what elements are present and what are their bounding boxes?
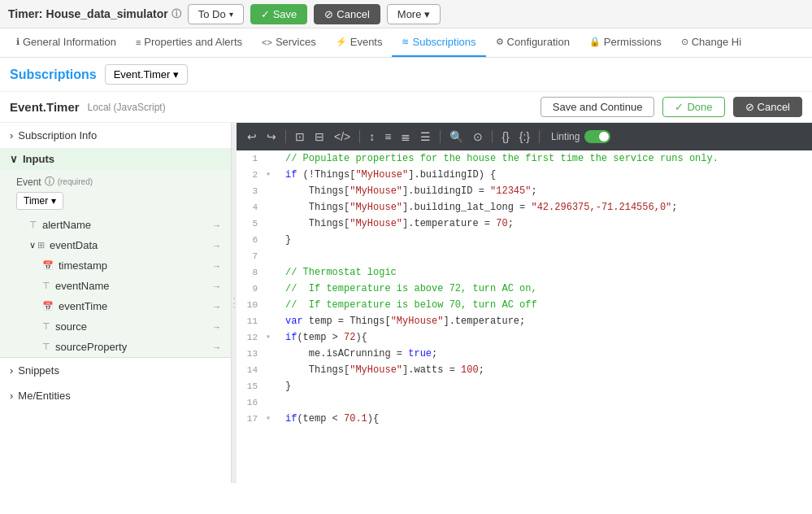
permissions-icon: 🔒	[589, 37, 601, 47]
code-line-17: 17 ▾ if(temp < 70.1){	[237, 411, 812, 427]
brackets-button[interactable]: {}	[497, 128, 513, 146]
arrow-icon: →	[212, 261, 221, 271]
align-center-button[interactable]: ≣	[397, 128, 415, 146]
subscription-info-section: › Subscription Info	[0, 123, 231, 148]
save-continue-button[interactable]: Save and Continue	[541, 97, 655, 117]
event-name-icon: ⊤	[42, 281, 50, 291]
list-item[interactable]: ⊤ eventName →	[0, 276, 231, 296]
info-icon[interactable]: ⓘ	[172, 7, 181, 21]
arrow-icon: →	[212, 241, 221, 250]
tab-events[interactable]: ⚡ Events	[326, 28, 393, 57]
event-info-icon[interactable]: ⓘ	[45, 175, 54, 189]
list-item[interactable]: ⊤ source →	[0, 316, 231, 337]
code-line-5: 5 Things["MyHouse"].temperature = 70;	[237, 216, 812, 232]
arrow-icon: →	[212, 322, 221, 332]
tab-subscriptions[interactable]: ≋ Subscriptions	[392, 28, 485, 57]
code-line-2: 2 ▾ if (!Things["MyHouse"].buildingID) {	[237, 167, 812, 183]
replace-button[interactable]: ⊙	[469, 128, 487, 146]
list-item[interactable]: ⊤ sourceProperty →	[0, 337, 231, 357]
code-line-1: 1 // Populate properties for the house t…	[237, 150, 812, 167]
timer-title: Timer: House_data_simulator ⓘ	[8, 7, 181, 21]
code-line-4: 4 Things["MyHouse"].building_lat_long = …	[237, 199, 812, 216]
alert-name-icon: ⊤	[29, 220, 37, 230]
general-info-icon: ℹ	[16, 37, 20, 47]
list-item[interactable]: 📅 timestamp →	[0, 255, 231, 276]
code-line-6: 6 }	[237, 232, 812, 248]
services-icon: <>	[262, 37, 272, 47]
list-item[interactable]: ⊤ alertName →	[0, 215, 231, 235]
list-item[interactable]: 📅 eventTime →	[0, 296, 231, 316]
tab-permissions[interactable]: 🔒 Permissions	[580, 28, 671, 57]
align-right-button[interactable]: ☰	[416, 128, 435, 146]
tab-properties-alerts[interactable]: ≡ Properties and Alerts	[126, 28, 252, 57]
event-data-icon: ⊞	[37, 240, 45, 250]
object-button[interactable]: {:}	[515, 128, 534, 146]
source-icon: ⊤	[42, 321, 50, 332]
toolbar-separator	[492, 130, 493, 143]
inputs-section: ∨ Inputs Event ⓘ (required) Timer ▾ ⊤ al…	[0, 148, 231, 357]
code-line-7: 7	[237, 248, 812, 264]
code-view-button[interactable]: </>	[330, 128, 354, 146]
cancel-small-button[interactable]: ⊘ Cancel	[733, 97, 802, 117]
code-editor[interactable]: 1 // Populate properties for the house t…	[237, 150, 812, 483]
editor-area: ↩ ↪ ⊡ ⊟ </> ↕ ≡ ≣ ☰ 🔍 ⊙ {} {:} Linting	[237, 123, 812, 483]
snippets-chevron-icon: ›	[10, 364, 13, 377]
linting-toggle[interactable]: Linting	[551, 130, 610, 143]
code-line-3: 3 Things["MyHouse"].buildingID = "12345"…	[237, 183, 812, 199]
subscription-info-header[interactable]: › Subscription Info	[0, 123, 231, 148]
undo-button[interactable]: ↩	[243, 128, 261, 146]
done-button[interactable]: ✓ Done	[662, 97, 724, 117]
subscriptions-header: Subscriptions Event.Timer ▾	[0, 58, 812, 92]
event-timer-subtitle: Local (JavaScript)	[88, 102, 166, 113]
indent-button[interactable]: ↕	[365, 128, 379, 146]
event-input-section: Event ⓘ (required) Timer ▾	[0, 170, 231, 215]
list-item[interactable]: ∨ ⊞ eventData →	[0, 235, 231, 255]
editor-toolbar: ↩ ↪ ⊡ ⊟ </> ↕ ≡ ≣ ☰ 🔍 ⊙ {} {:} Linting	[237, 123, 812, 150]
inputs-header[interactable]: ∨ Inputs	[0, 148, 231, 170]
main-content: › Subscription Info ∨ Inputs Event ⓘ (re…	[0, 123, 812, 483]
tab-configuration[interactable]: ⚙ Configuration	[486, 28, 580, 57]
more-chevron-icon: ▾	[424, 8, 430, 20]
nav-tabs: ℹ General Information ≡ Properties and A…	[0, 28, 812, 58]
event-timer-dropdown[interactable]: Event.Timer ▾	[105, 64, 189, 85]
change-hi-icon: ⊙	[681, 37, 688, 47]
arrow-icon: →	[212, 281, 221, 291]
source-property-icon: ⊤	[42, 342, 50, 352]
cancel-button[interactable]: ⊘ Cancel	[314, 4, 380, 24]
toolbar-separator	[359, 130, 360, 143]
me-entities-item[interactable]: › Me/Entities	[0, 383, 231, 408]
wrap-button[interactable]: ⊡	[291, 128, 309, 146]
tab-services[interactable]: <> Services	[252, 28, 326, 57]
event-label: Event ⓘ (required)	[16, 175, 221, 189]
todo-button[interactable]: To Do ▾	[188, 4, 244, 24]
more-button[interactable]: More ▾	[387, 4, 441, 24]
timer-dropdown-button[interactable]: Timer ▾	[16, 192, 63, 210]
code-line-11: 11 var temp = Things["MyHouse"].temperat…	[237, 313, 812, 329]
linting-toggle-switch[interactable]	[584, 130, 610, 143]
tab-change-hi[interactable]: ⊙ Change Hi	[671, 28, 751, 57]
redo-button[interactable]: ↪	[263, 128, 280, 146]
unwrap-button[interactable]: ⊟	[310, 128, 328, 146]
timer-name: House_data_simulator	[46, 7, 168, 20]
search-button[interactable]: 🔍	[445, 128, 467, 146]
event-timer-title: Event.Timer	[10, 100, 80, 114]
align-left-button[interactable]: ≡	[380, 128, 395, 146]
resize-handle[interactable]	[232, 123, 237, 483]
snippets-item[interactable]: › Snippets	[0, 358, 231, 383]
save-button[interactable]: ✓ Save	[250, 4, 308, 24]
dropdown-chevron-icon: ▾	[173, 68, 179, 81]
events-icon: ⚡	[336, 37, 347, 47]
tab-general-information[interactable]: ℹ General Information	[7, 28, 126, 57]
bottom-sidebar: › Snippets › Me/Entities	[0, 357, 231, 408]
sidebar: › Subscription Info ∨ Inputs Event ⓘ (re…	[0, 123, 232, 483]
arrow-icon: →	[212, 342, 221, 352]
timer-chevron-icon: ▾	[51, 195, 56, 207]
subscription-info-chevron-icon: ›	[10, 129, 13, 142]
expand-icon: ∨	[29, 240, 36, 250]
toolbar-separator	[539, 130, 540, 143]
code-line-15: 15 }	[237, 378, 812, 394]
timer-prefix: Timer:	[8, 7, 43, 20]
save-check-icon: ✓	[261, 8, 270, 20]
code-line-12: 12 ▾ if(temp > 72){	[237, 329, 812, 346]
code-line-14: 14 Things["MyHouse"].watts = 100;	[237, 362, 812, 378]
